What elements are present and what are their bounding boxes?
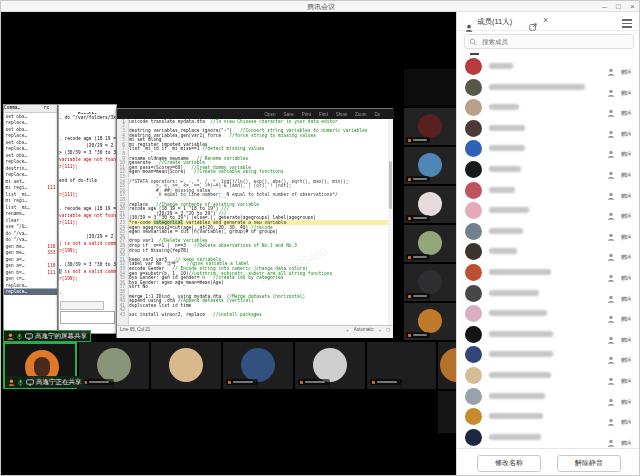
mic-off-icon [408, 139, 411, 142]
member-row[interactable] [457, 284, 640, 304]
avatar [418, 231, 442, 255]
video-tile[interactable] [295, 342, 365, 389]
video-tile[interactable] [223, 342, 293, 389]
video-tile-partial[interactable] [438, 391, 456, 433]
member-row[interactable] [457, 387, 640, 407]
panel-icon[interactable]: ▢ [387, 327, 391, 334]
member-name-redacted [489, 63, 513, 69]
mic-on-icon [17, 379, 24, 386]
toolbar-show-button[interactable]: Show [336, 109, 347, 119]
member-row[interactable] [457, 366, 640, 386]
avatar [465, 202, 482, 219]
editor-status-bar: Line 65, Col 21 ＋Automatic＋▢ [117, 325, 393, 338]
close-panel-icon[interactable]: × [543, 15, 548, 25]
member-name-redacted [489, 351, 553, 357]
member-row[interactable] [457, 428, 640, 448]
minimize-button[interactable]: – [602, 1, 606, 12]
console-line [59, 282, 116, 289]
search-input[interactable] [480, 37, 620, 46]
avatar [465, 99, 482, 116]
member-row[interactable] [457, 57, 640, 77]
member-name-redacted [489, 145, 525, 151]
member-name-redacted [489, 310, 547, 316]
member-row[interactable] [457, 263, 640, 283]
history-item[interactable]: replace… [4, 289, 57, 296]
main-video-area: Comma… _rc set obs…replace…set obs…repla… [1, 12, 456, 476]
member-row[interactable] [457, 119, 640, 139]
avatar [465, 223, 482, 240]
console-line: r(111); [59, 191, 116, 198]
maximize-button[interactable]: □ [616, 1, 621, 12]
console-line: > (30/39 = 3 "30 to 39") [59, 149, 116, 156]
search-box[interactable] [464, 34, 634, 49]
mic-off-icon [408, 295, 411, 298]
video-tile[interactable] [404, 69, 456, 106]
member-row[interactable] [457, 325, 640, 345]
console-line: ( is not a valid command [59, 240, 116, 247]
video-tile[interactable] [404, 147, 456, 184]
video-tile[interactable] [404, 264, 456, 301]
member-row[interactable] [457, 407, 640, 427]
menu-icon[interactable] [622, 17, 632, 30]
mic-off-icon [408, 334, 411, 337]
video-tile[interactable] [151, 342, 221, 389]
member-row[interactable] [457, 222, 640, 242]
video-tile[interactable] [79, 342, 149, 389]
toolbar-do-button[interactable]: Do [375, 109, 381, 119]
stata-history-window: Comma… _rc set obs…replace…set obs…repla… [3, 104, 58, 331]
toolbar-save-button[interactable]: Save [284, 109, 294, 119]
console-line [59, 121, 116, 128]
rename-button[interactable]: 修改名称 [477, 455, 541, 472]
editor-toolbar-items: OpenSavePrintFindShowZoomDo [117, 109, 394, 119]
video-tile[interactable] [404, 186, 456, 223]
popout-panel-icon[interactable] [529, 17, 537, 35]
video-tile[interactable] [404, 108, 456, 145]
members-panel-title: 成员(11人) [477, 12, 512, 31]
console-line: . do "/var/folders/3k/t72 [59, 114, 116, 121]
zoom-out-icon[interactable]: ＋ [346, 327, 351, 334]
mic-on-icon [16, 333, 23, 340]
member-row[interactable] [457, 78, 640, 98]
avatar [465, 182, 482, 199]
console-line: r(199); [59, 247, 116, 254]
member-row[interactable] [457, 98, 640, 118]
member-name-redacted [489, 166, 521, 172]
video-tile[interactable] [404, 303, 456, 340]
video-tile[interactable] [404, 225, 456, 262]
console-line: r(199); [59, 275, 116, 282]
mic-off-icon [408, 217, 411, 220]
toolbar-print-button[interactable]: Print [302, 109, 311, 119]
member-name-redacted [489, 228, 523, 234]
toolbar-open-button[interactable]: Open [265, 109, 276, 119]
zoom-in-icon[interactable]: ＋ [378, 327, 383, 334]
editor-scrollbar[interactable] [388, 119, 393, 325]
toolbar-zoom-button[interactable]: Zoom [355, 109, 367, 119]
video-tile[interactable] [367, 342, 436, 389]
member-row[interactable] [457, 242, 640, 262]
member-row[interactable] [457, 201, 640, 221]
command-tab: Command [63, 309, 101, 310]
avatar [465, 120, 482, 137]
member-row[interactable] [457, 181, 640, 201]
video-tile[interactable] [438, 342, 456, 389]
command-input[interactable] [60, 311, 115, 324]
member-row[interactable] [457, 304, 640, 324]
member-row[interactable] [457, 160, 640, 180]
mic-off-icon [408, 178, 411, 181]
member-row[interactable] [457, 345, 640, 365]
results-console: . do "/var/folders/3k/t72 . recode age (… [59, 114, 116, 296]
member-row[interactable] [457, 139, 640, 159]
avatar [465, 140, 482, 157]
avatar [465, 285, 482, 302]
unmute-button[interactable]: 解除静音 [557, 455, 621, 472]
avatar [465, 326, 482, 343]
editor-scrollbar-thumb[interactable] [389, 161, 392, 209]
name-pill [406, 215, 430, 221]
toolbar-find-button[interactable]: Find [319, 109, 328, 119]
member-name-redacted [489, 207, 529, 213]
close-window-button[interactable]: × [630, 1, 635, 12]
avatar [97, 348, 131, 382]
console-line: ( is not a valid command [59, 268, 116, 275]
console-line: variable age not found [59, 156, 116, 163]
console-line [59, 128, 116, 135]
